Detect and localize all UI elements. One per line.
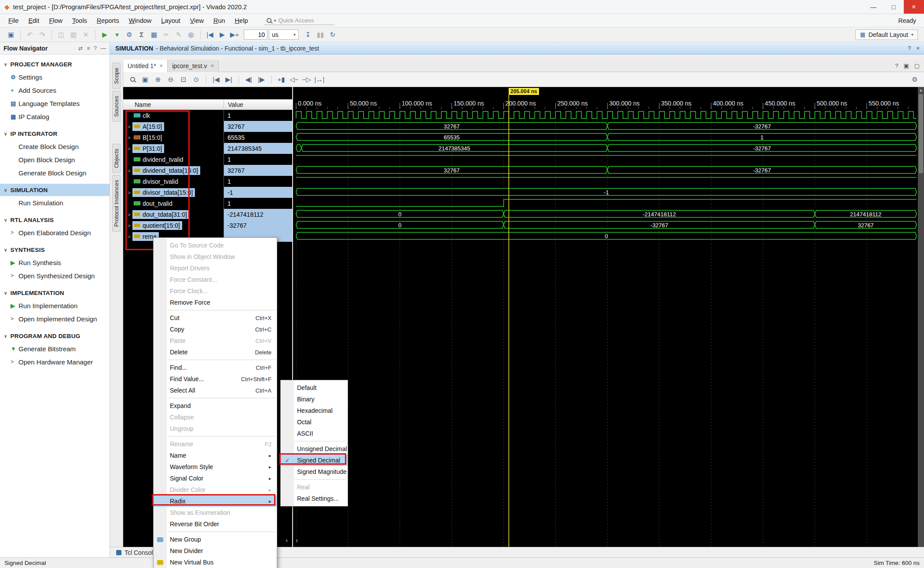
side-tab-protocol-instances[interactable]: Protocol Instances xyxy=(112,175,121,232)
minimize-button[interactable]: — xyxy=(863,0,884,14)
probe-icon[interactable]: ◎ xyxy=(185,29,197,40)
signal-row-divisor-tvalid[interactable]: divisor_tvalid1 xyxy=(123,176,292,187)
float-icon[interactable]: ▣ xyxy=(903,62,909,69)
run-options-icon[interactable]: ▾ xyxy=(111,29,123,40)
expand-icon[interactable]: > xyxy=(126,190,132,195)
next-marker-icon[interactable]: −▷ xyxy=(301,74,312,85)
redo-icon[interactable]: ↷ xyxy=(37,29,48,40)
scroll-left-icon[interactable]: ‹ xyxy=(296,537,298,543)
quick-access-search[interactable]: ▾ Quick Access xyxy=(264,16,334,25)
menu-item-new-group[interactable]: New Group xyxy=(154,534,277,545)
menu-tools[interactable]: Tools xyxy=(67,17,92,24)
break-icon[interactable]: ▮▮ xyxy=(315,29,326,40)
side-tab-sources[interactable]: Sources xyxy=(112,91,121,122)
copy-icon[interactable]: ◫ xyxy=(55,29,67,40)
menu-view[interactable]: View xyxy=(185,17,209,24)
undo-icon[interactable]: ↶ xyxy=(24,29,36,40)
zoom-in-icon[interactable]: ⊕ xyxy=(152,74,164,85)
time-unit-select[interactable]: us ▾ xyxy=(269,29,299,40)
signal-row-b-15-0[interactable]: >B[15:0]65535 xyxy=(123,132,292,143)
help-icon[interactable]: ? xyxy=(895,62,898,69)
section-header-synthesis[interactable]: ∨SYNTHESIS xyxy=(0,244,110,256)
menu-item-select-all[interactable]: Select AllCtrl+A xyxy=(154,385,277,396)
maximize-icon[interactable]: ▢ xyxy=(914,62,920,69)
flow-item-run-implementation[interactable]: ▶Run Implementation xyxy=(0,299,110,312)
flow-item-open-synthesized-design[interactable]: >Open Synthesized Design xyxy=(0,269,110,282)
menu-help[interactable]: Help xyxy=(230,17,253,24)
run-for-icon[interactable]: ▶+ xyxy=(229,29,240,40)
cut-icon[interactable]: ✂ xyxy=(161,29,172,40)
flow-item-generate-bitstream[interactable]: ▼Generate Bitstream xyxy=(0,342,110,355)
save-project-icon[interactable]: ▣ xyxy=(5,29,17,40)
signal-row-dividend-tvalid[interactable]: dividend_tvalid1 xyxy=(123,154,292,165)
zoom-fit-icon[interactable]: ⊡ xyxy=(178,74,189,85)
scrollbar-thumb[interactable] xyxy=(919,94,923,173)
menu-item-real-settings[interactable]: Real Settings... xyxy=(281,493,348,504)
menu-item-default[interactable]: Default xyxy=(281,382,348,393)
save-waveform-icon[interactable]: ▣ xyxy=(139,74,151,85)
close-icon[interactable]: × xyxy=(160,62,163,69)
menu-item-hexadecimal[interactable]: Hexadecimal xyxy=(281,405,348,416)
section-header-implementation[interactable]: ∨IMPLEMENTATION xyxy=(0,287,110,299)
next-transition-icon[interactable]: |▶ xyxy=(256,74,267,85)
prev-marker-icon[interactable]: ◁− xyxy=(288,74,300,85)
signal-row-quotient-15-0[interactable]: >quotient[15:0]-32767 xyxy=(123,220,292,231)
signal-row-a-15-0[interactable]: >A[15:0]32767 xyxy=(123,121,292,132)
menu-item-copy[interactable]: CopyCtrl+C xyxy=(154,324,277,335)
menu-item-signal-color[interactable]: Signal Color▸ xyxy=(154,473,277,484)
menu-item-name[interactable]: Name▸ xyxy=(154,450,277,461)
delete-icon[interactable]: ✕ xyxy=(80,29,92,40)
flow-item-run-synthesis[interactable]: ▶Run Synthesis xyxy=(0,256,110,269)
expand-icon[interactable]: > xyxy=(126,124,132,129)
vertical-scrollbar[interactable]: ▲ xyxy=(918,87,924,547)
flow-minimize-icon[interactable]: — xyxy=(101,45,106,51)
flow-help-icon[interactable]: ? xyxy=(94,45,97,51)
signal-row-clk[interactable]: clk1 xyxy=(123,110,292,121)
goto-last-time-icon[interactable]: ▶| xyxy=(223,74,235,85)
menu-file[interactable]: File xyxy=(4,17,23,24)
edit-icon[interactable]: ✎ xyxy=(173,29,184,40)
expand-icon[interactable]: > xyxy=(126,212,132,217)
signal-row-p-31-0[interactable]: >P[31:0]2147385345 xyxy=(123,143,292,154)
layout-select[interactable]: ▦ Default Layout ▾ xyxy=(855,29,918,40)
flow-item-generate-block-design[interactable]: Generate Block Design xyxy=(0,166,110,179)
help-icon[interactable]: ? xyxy=(908,45,911,51)
menu-edit[interactable]: Edit xyxy=(23,17,44,24)
flow-toggle-icon[interactable]: ⇄ xyxy=(78,45,83,51)
close-icon[interactable]: × xyxy=(916,45,920,51)
menu-flow[interactable]: Flow xyxy=(44,17,67,24)
menu-item-signed-decimal[interactable]: ✓Signed Decimal xyxy=(281,455,348,466)
report-icon[interactable]: ▦ xyxy=(148,29,160,40)
relaunch-icon[interactable]: ↻ xyxy=(327,29,338,40)
scroll-up-icon[interactable]: ▲ xyxy=(918,88,924,92)
tab-ipcore-test-v[interactable]: ipcore_test.v× xyxy=(168,60,219,72)
menu-item-new-virtual-bus[interactable]: New Virtual Bus xyxy=(154,557,277,568)
signal-row-dout-tvalid[interactable]: dout_tvalid1 xyxy=(123,198,292,209)
sim-run-time-input[interactable] xyxy=(244,29,268,40)
menu-item-ascii[interactable]: ASCII xyxy=(281,428,348,439)
paste-icon[interactable]: ▥ xyxy=(68,29,79,40)
menu-item-new-divider[interactable]: New Divider xyxy=(154,545,277,557)
tab-untitled-1[interactable]: Untitled 1*× xyxy=(123,60,168,72)
scroll-right-icon[interactable]: › xyxy=(286,537,288,543)
expand-icon[interactable]: > xyxy=(126,223,132,228)
expand-icon[interactable]: > xyxy=(126,234,132,239)
settings-gear-icon[interactable]: ⚙ xyxy=(124,29,135,40)
menu-item-signed-magnitude[interactable]: Signed Magnitude xyxy=(281,466,348,477)
sum-icon[interactable]: Σ xyxy=(136,29,147,40)
menu-item-radix[interactable]: Radix▸ xyxy=(154,495,277,507)
section-header-ip-integrator[interactable]: ∨IP INTEGRATOR xyxy=(0,127,110,140)
step-icon[interactable]: ↧ xyxy=(302,29,314,40)
menu-item-reverse-bit-order[interactable]: Reverse Bit Order xyxy=(154,518,277,530)
flow-item-language-templates[interactable]: ▤Language Templates xyxy=(0,97,110,110)
waveform-settings-icon[interactable]: ⚙ xyxy=(909,74,920,85)
zoom-to-cursor-icon[interactable]: ⊙ xyxy=(191,74,202,85)
menu-layout[interactable]: Layout xyxy=(156,17,185,24)
signal-row-dividend-tdata-15-0[interactable]: >dividend_tdata[15:0]32767 xyxy=(123,165,292,176)
waveform-view[interactable]: 0.000 ns50.000 ns100.000 ns150.000 ns200… xyxy=(292,87,918,547)
menu-item-find-value[interactable]: Find Value...Ctrl+Shift+F xyxy=(154,373,277,385)
menu-run[interactable]: Run xyxy=(209,17,230,24)
menu-item-octal[interactable]: Octal xyxy=(281,416,348,428)
section-header-project-manager[interactable]: ∨PROJECT MANAGER xyxy=(0,58,110,70)
menu-item-find[interactable]: Find...Ctrl+F xyxy=(154,362,277,373)
